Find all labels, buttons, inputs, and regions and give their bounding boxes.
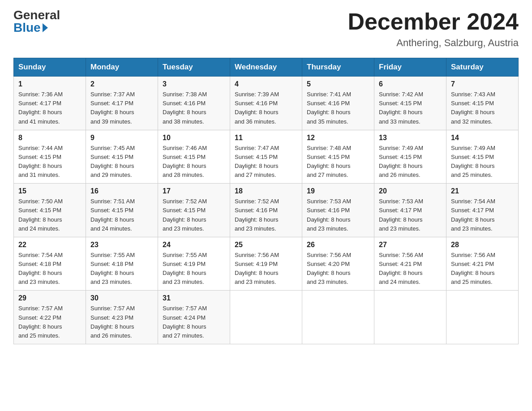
day-number: 31 xyxy=(163,294,225,302)
calendar-header-sunday: Sunday xyxy=(14,58,86,77)
calendar-cell: 2Sunrise: 7:37 AMSunset: 4:17 PMDaylight… xyxy=(86,77,158,130)
day-number: 21 xyxy=(451,187,514,195)
logo: General Blue xyxy=(13,9,60,34)
day-info: Sunrise: 7:55 AMSunset: 4:19 PMDaylight:… xyxy=(163,251,225,287)
calendar-header-tuesday: Tuesday xyxy=(158,58,230,77)
day-number: 9 xyxy=(90,134,153,142)
calendar-header-friday: Friday xyxy=(374,58,446,77)
calendar-header-row: SundayMondayTuesdayWednesdayThursdayFrid… xyxy=(14,58,519,77)
logo-general-text: General xyxy=(13,9,60,21)
day-number: 29 xyxy=(18,294,81,302)
calendar-cell: 23Sunrise: 7:55 AMSunset: 4:18 PMDayligh… xyxy=(86,237,158,291)
calendar-cell: 25Sunrise: 7:56 AMSunset: 4:19 PMDayligh… xyxy=(230,237,302,291)
calendar-cell: 27Sunrise: 7:56 AMSunset: 4:21 PMDayligh… xyxy=(374,237,446,291)
day-info: Sunrise: 7:43 AMSunset: 4:15 PMDaylight:… xyxy=(451,90,514,126)
calendar-cell: 5Sunrise: 7:41 AMSunset: 4:16 PMDaylight… xyxy=(302,77,374,130)
day-number: 8 xyxy=(18,134,81,142)
calendar-cell: 8Sunrise: 7:44 AMSunset: 4:15 PMDaylight… xyxy=(14,130,86,184)
calendar-cell: 26Sunrise: 7:56 AMSunset: 4:20 PMDayligh… xyxy=(302,237,374,291)
calendar-header-thursday: Thursday xyxy=(302,58,374,77)
calendar-week-row: 22Sunrise: 7:54 AMSunset: 4:18 PMDayligh… xyxy=(14,237,519,291)
day-info: Sunrise: 7:49 AMSunset: 4:15 PMDaylight:… xyxy=(451,144,514,180)
day-info: Sunrise: 7:36 AMSunset: 4:17 PMDaylight:… xyxy=(18,90,81,126)
day-info: Sunrise: 7:53 AMSunset: 4:17 PMDaylight:… xyxy=(379,197,442,233)
calendar-cell: 12Sunrise: 7:48 AMSunset: 4:15 PMDayligh… xyxy=(302,130,374,184)
day-number: 15 xyxy=(18,187,81,195)
day-info: Sunrise: 7:42 AMSunset: 4:15 PMDaylight:… xyxy=(379,90,442,126)
day-number: 28 xyxy=(451,241,514,249)
calendar-week-row: 15Sunrise: 7:50 AMSunset: 4:15 PMDayligh… xyxy=(14,184,519,237)
day-number: 10 xyxy=(163,134,225,142)
calendar-cell: 15Sunrise: 7:50 AMSunset: 4:15 PMDayligh… xyxy=(14,184,86,237)
logo-triangle-icon xyxy=(43,23,48,32)
subtitle: Anthering, Salzburg, Austria xyxy=(348,37,519,49)
logo-blue-text: Blue xyxy=(13,21,48,34)
day-number: 3 xyxy=(163,80,225,88)
calendar-cell: 16Sunrise: 7:51 AMSunset: 4:15 PMDayligh… xyxy=(86,184,158,237)
day-info: Sunrise: 7:54 AMSunset: 4:17 PMDaylight:… xyxy=(451,197,514,233)
day-info: Sunrise: 7:57 AMSunset: 4:24 PMDaylight:… xyxy=(163,304,225,340)
day-number: 25 xyxy=(235,241,297,249)
day-info: Sunrise: 7:49 AMSunset: 4:15 PMDaylight:… xyxy=(379,144,442,180)
calendar-cell: 6Sunrise: 7:42 AMSunset: 4:15 PMDaylight… xyxy=(374,77,446,130)
day-number: 11 xyxy=(235,134,297,142)
day-number: 1 xyxy=(18,80,81,88)
calendar-cell: 21Sunrise: 7:54 AMSunset: 4:17 PMDayligh… xyxy=(446,184,519,237)
calendar-cell: 1Sunrise: 7:36 AMSunset: 4:17 PMDaylight… xyxy=(14,77,86,130)
day-info: Sunrise: 7:50 AMSunset: 4:15 PMDaylight:… xyxy=(18,197,81,233)
calendar-week-row: 8Sunrise: 7:44 AMSunset: 4:15 PMDaylight… xyxy=(14,130,519,184)
day-info: Sunrise: 7:39 AMSunset: 4:16 PMDaylight:… xyxy=(235,90,297,126)
day-number: 24 xyxy=(163,241,225,249)
calendar-cell: 24Sunrise: 7:55 AMSunset: 4:19 PMDayligh… xyxy=(158,237,230,291)
day-number: 18 xyxy=(235,187,297,195)
calendar-cell: 19Sunrise: 7:53 AMSunset: 4:16 PMDayligh… xyxy=(302,184,374,237)
day-number: 12 xyxy=(307,134,369,142)
day-number: 4 xyxy=(235,80,297,88)
day-info: Sunrise: 7:38 AMSunset: 4:16 PMDaylight:… xyxy=(163,90,225,126)
page-header: General Blue December 2024 Anthering, Sa… xyxy=(13,9,519,49)
day-info: Sunrise: 7:56 AMSunset: 4:21 PMDaylight:… xyxy=(451,251,514,287)
calendar-cell: 17Sunrise: 7:52 AMSunset: 4:15 PMDayligh… xyxy=(158,184,230,237)
calendar-cell: 4Sunrise: 7:39 AMSunset: 4:16 PMDaylight… xyxy=(230,77,302,130)
calendar-cell: 31Sunrise: 7:57 AMSunset: 4:24 PMDayligh… xyxy=(158,291,230,344)
calendar-cell: 3Sunrise: 7:38 AMSunset: 4:16 PMDaylight… xyxy=(158,77,230,130)
day-number: 26 xyxy=(307,241,369,249)
day-info: Sunrise: 7:47 AMSunset: 4:15 PMDaylight:… xyxy=(235,144,297,180)
title-block: December 2024 Anthering, Salzburg, Austr… xyxy=(348,9,519,49)
day-info: Sunrise: 7:57 AMSunset: 4:23 PMDaylight:… xyxy=(90,304,153,340)
calendar-cell: 18Sunrise: 7:52 AMSunset: 4:16 PMDayligh… xyxy=(230,184,302,237)
day-info: Sunrise: 7:45 AMSunset: 4:15 PMDaylight:… xyxy=(90,144,153,180)
calendar-week-row: 29Sunrise: 7:57 AMSunset: 4:22 PMDayligh… xyxy=(14,291,519,344)
day-info: Sunrise: 7:53 AMSunset: 4:16 PMDaylight:… xyxy=(307,197,369,233)
calendar-cell: 29Sunrise: 7:57 AMSunset: 4:22 PMDayligh… xyxy=(14,291,86,344)
calendar-cell: 10Sunrise: 7:46 AMSunset: 4:15 PMDayligh… xyxy=(158,130,230,184)
day-number: 16 xyxy=(90,187,153,195)
day-info: Sunrise: 7:52 AMSunset: 4:15 PMDaylight:… xyxy=(163,197,225,233)
day-number: 2 xyxy=(90,80,153,88)
day-info: Sunrise: 7:56 AMSunset: 4:21 PMDaylight:… xyxy=(379,251,442,287)
calendar-cell: 9Sunrise: 7:45 AMSunset: 4:15 PMDaylight… xyxy=(86,130,158,184)
day-number: 5 xyxy=(307,80,369,88)
calendar-body: 1Sunrise: 7:36 AMSunset: 4:17 PMDaylight… xyxy=(14,77,519,344)
day-info: Sunrise: 7:56 AMSunset: 4:20 PMDaylight:… xyxy=(307,251,369,287)
calendar-cell: 20Sunrise: 7:53 AMSunset: 4:17 PMDayligh… xyxy=(374,184,446,237)
calendar-header-saturday: Saturday xyxy=(446,58,519,77)
calendar-cell xyxy=(302,291,374,344)
day-info: Sunrise: 7:55 AMSunset: 4:18 PMDaylight:… xyxy=(90,251,153,287)
day-number: 7 xyxy=(451,80,514,88)
day-info: Sunrise: 7:51 AMSunset: 4:15 PMDaylight:… xyxy=(90,197,153,233)
day-info: Sunrise: 7:41 AMSunset: 4:16 PMDaylight:… xyxy=(307,90,369,126)
day-info: Sunrise: 7:48 AMSunset: 4:15 PMDaylight:… xyxy=(307,144,369,180)
calendar-cell: 22Sunrise: 7:54 AMSunset: 4:18 PMDayligh… xyxy=(14,237,86,291)
day-number: 23 xyxy=(90,241,153,249)
day-number: 27 xyxy=(379,241,442,249)
day-info: Sunrise: 7:37 AMSunset: 4:17 PMDaylight:… xyxy=(90,90,153,126)
calendar-cell: 14Sunrise: 7:49 AMSunset: 4:15 PMDayligh… xyxy=(446,130,519,184)
calendar-cell xyxy=(230,291,302,344)
day-number: 30 xyxy=(90,294,153,302)
calendar-cell: 13Sunrise: 7:49 AMSunset: 4:15 PMDayligh… xyxy=(374,130,446,184)
calendar-week-row: 1Sunrise: 7:36 AMSunset: 4:17 PMDaylight… xyxy=(14,77,519,130)
day-info: Sunrise: 7:52 AMSunset: 4:16 PMDaylight:… xyxy=(235,197,297,233)
day-number: 13 xyxy=(379,134,442,142)
calendar-cell: 11Sunrise: 7:47 AMSunset: 4:15 PMDayligh… xyxy=(230,130,302,184)
